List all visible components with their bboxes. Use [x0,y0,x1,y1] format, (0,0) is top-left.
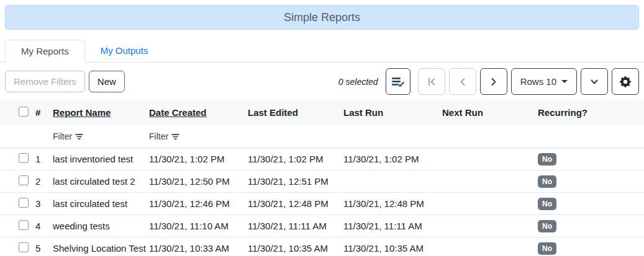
column-header-recurring: Recurring? [538,107,644,118]
table-header-row: # Report Name Date Created Last Edited L… [0,100,644,125]
table-row: 4 weeding tests 11/30/21, 11:10 AM 11/30… [0,215,644,237]
column-header-date-created[interactable]: Date Created [149,107,248,118]
report-name: last circulated test [53,198,149,209]
last-edited: 11/30/21, 11:11 AM [248,221,343,231]
toolbar: Remove Filters New 0 selected [0,63,644,98]
row-checkbox[interactable] [19,242,29,252]
recurring-badge: No [538,153,556,166]
toolbar-right: 0 selected [338,68,639,95]
gear-icon [620,76,631,87]
report-name: weeding tests [53,221,149,231]
row-number: 1 [35,154,53,164]
toolbar-left: Remove Filters New [5,71,125,92]
date-created: 11/30/21, 10:33 AM [149,243,248,254]
chevron-down-icon [589,77,599,87]
page-title-bar: Simple Reports [5,5,639,30]
chevron-right-icon [489,77,499,87]
filter-date-created[interactable]: Filter [149,131,248,141]
last-edited: 11/30/21, 12:48 PM [248,198,343,209]
caret-down-icon [561,80,568,83]
tab-my-outputs[interactable]: My Outputs [85,40,164,62]
row-number: 5 [35,243,53,254]
reports-table: # Report Name Date Created Last Edited L… [0,100,644,256]
chevron-left-icon [458,77,468,87]
column-header-last-run: Last Run [343,107,442,118]
table-row: 2 last circulated test 2 11/30/21, 12:50… [0,170,644,193]
filter-report-name[interactable]: Filter [53,131,149,141]
settings-button[interactable] [612,68,639,95]
column-header-next-run: Next Run [442,107,538,118]
tab-my-reports[interactable]: My Reports [5,40,85,63]
filter-lines-icon [171,133,179,140]
list-check-icon [391,76,404,87]
page-title: Simple Reports [284,11,360,24]
recurring-badge: No [538,198,556,210]
date-created: 11/30/21, 12:50 PM [149,176,248,187]
column-header-number: # [35,107,53,118]
last-run: 11/30/21, 10:35 AM [343,243,442,254]
recurring-badge: No [538,220,556,232]
tab-bar: My Reports My Outputs [0,40,644,63]
row-checkbox[interactable] [19,198,29,208]
date-created: 11/30/21, 1:02 PM [149,154,248,164]
row-checkbox[interactable] [19,175,29,185]
select-all-checkbox[interactable] [19,107,29,117]
selected-count: 0 selected [338,77,378,87]
next-page-button[interactable] [480,68,507,95]
row-checkbox[interactable] [19,220,29,230]
table-row: 5 Shelving Location Test 11/30/21, 10:33… [0,237,644,256]
first-page-icon [427,77,437,87]
recurring-badge: No [538,175,556,188]
column-header-last-edited: Last Edited [248,107,343,118]
remove-filters-button[interactable]: Remove Filters [5,71,85,92]
last-edited: 11/30/21, 10:35 AM [248,243,343,254]
last-run: 11/30/21, 1:02 PM [343,154,442,164]
column-header-report-name[interactable]: Report Name [53,107,149,118]
date-created: 11/30/21, 12:46 PM [149,198,248,209]
last-edited: 11/30/21, 12:51 PM [248,176,343,187]
filter-label: Filter [149,131,168,141]
table-row: 3 last circulated test 11/30/21, 12:46 P… [0,193,644,215]
report-name: last inventoried test [53,154,149,164]
expand-button[interactable] [581,68,608,95]
last-run: 11/30/21, 11:11 AM [343,221,442,231]
new-button[interactable]: New [89,71,125,92]
table-row: 1 last inventoried test 11/30/21, 1:02 P… [0,148,644,170]
multi-select-button[interactable] [386,68,410,95]
table-filter-row: Filter Filter [0,125,644,148]
previous-page-button[interactable] [449,68,476,95]
rows-per-page-label: Rows 10 [520,76,556,87]
first-page-button[interactable] [418,68,445,95]
last-edited: 11/30/21, 1:02 PM [248,154,343,164]
row-checkbox[interactable] [19,153,29,163]
row-number: 3 [35,198,53,209]
filter-lines-icon [75,133,83,140]
table-body: 1 last inventoried test 11/30/21, 1:02 P… [0,148,644,256]
date-created: 11/30/21, 11:10 AM [149,221,248,231]
filter-label: Filter [53,131,72,141]
report-name: last circulated test 2 [53,176,149,187]
recurring-badge: No [538,242,556,255]
last-run: 11/30/21, 12:48 PM [343,198,442,209]
row-number: 4 [35,221,53,231]
row-number: 2 [35,176,53,187]
rows-per-page-dropdown[interactable]: Rows 10 [511,68,577,95]
report-name: Shelving Location Test [53,243,149,254]
